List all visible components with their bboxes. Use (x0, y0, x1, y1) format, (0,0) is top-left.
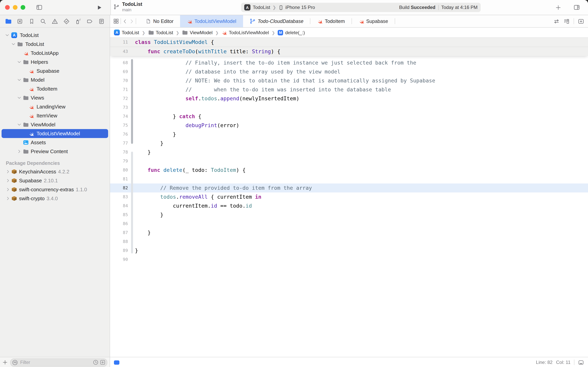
tab-no-editor[interactable]: No Editor (139, 15, 180, 27)
filter-field[interactable] (10, 358, 107, 367)
tab-todoitem[interactable]: TodoItem (311, 15, 352, 27)
jump-bar[interactable]: ATodoList❯TodoList❯ViewModel❯TodoListVie… (110, 28, 588, 38)
sidebar-toggle-icon[interactable] (35, 3, 43, 12)
activity-view[interactable]: A TodoList ❯ iPhone 15 Pro Build Succeed… (241, 3, 481, 12)
tree-item-supabase[interactable]: Supabase (0, 67, 110, 75)
tree-item-viewmodel[interactable]: ViewModel (0, 120, 110, 129)
code-line-88[interactable]: 88 (110, 237, 588, 246)
chevron-down-icon[interactable] (17, 120, 21, 129)
package-item-keychainaccess[interactable]: KeychainAccess4.2.2 (0, 167, 110, 176)
editor-grid-icon[interactable] (113, 18, 119, 24)
code-line-85[interactable]: 85 } (110, 210, 588, 219)
code-line-43[interactable]: 43 func createToDo(withTitle title: Stri… (110, 47, 588, 56)
filter-menu-icon[interactable] (12, 359, 18, 365)
source-editor[interactable]: 11class TodoListViewModel {43 func creat… (110, 38, 588, 357)
add-icon[interactable] (2, 360, 8, 365)
code-line-72[interactable]: 72 self.todos.append(newlyInsertedItem) (110, 94, 588, 103)
line-indicator[interactable]: Line: 82 (536, 360, 552, 365)
tab-todo-clouddatabase[interactable]: Todo-CloudDatabase (243, 15, 310, 27)
tree-item-preview-content[interactable]: Preview Content (0, 147, 110, 156)
code-line-70[interactable]: 70 // NOTE: We do this to obtain the id … (110, 76, 588, 85)
run-destination[interactable]: iPhone 15 Pro (286, 5, 315, 10)
breadcrumb-item-todolist[interactable]: ATodoList (114, 30, 139, 35)
zoom-button[interactable] (21, 5, 25, 10)
tree-item-model[interactable]: Model (0, 75, 110, 84)
chevron-down-icon[interactable] (5, 31, 9, 40)
chevron-right-icon[interactable] (6, 185, 10, 194)
swap-editors-icon[interactable] (553, 18, 560, 24)
code-line-79[interactable]: 79 (110, 157, 588, 166)
tree-item-todoitem[interactable]: TodoItem (0, 84, 110, 93)
code-line-73[interactable]: 73 (110, 103, 588, 112)
package-item-swift-crypto[interactable]: swift-crypto3.4.0 (0, 194, 110, 203)
minimize-button[interactable] (13, 5, 17, 10)
code-lines[interactable]: 68 // Finally, insert the to-do item ins… (110, 56, 588, 264)
code-line-76[interactable]: 76 } (110, 130, 588, 139)
code-line-74[interactable]: 74 } catch { (110, 112, 588, 121)
tree-item-helpers[interactable]: Helpers (0, 58, 110, 67)
tree-item-todolist[interactable]: ATodoList (0, 31, 110, 40)
code-line-89[interactable]: 89} (110, 246, 588, 255)
breadcrumb-item-delete-[interactable]: Mdelete(_:) (278, 30, 305, 35)
project-navigator-icon[interactable] (4, 17, 12, 25)
bottombar-toggle-icon[interactable] (578, 359, 584, 365)
chevron-down-icon[interactable] (17, 75, 21, 84)
code-line-69[interactable]: 69 // database into the array used by th… (110, 67, 588, 76)
package-item-swift-concurrency-extras[interactable]: swift-concurrency-extras1.1.0 (0, 185, 110, 194)
issues-icon[interactable] (50, 17, 59, 25)
minimap-options-icon[interactable] (563, 18, 570, 24)
breakpoints-icon[interactable] (85, 17, 94, 25)
tests-icon[interactable] (62, 17, 71, 25)
code-line-78[interactable]: 78 } (110, 148, 588, 157)
tree-item-assets[interactable]: Assets (0, 138, 110, 147)
library-plus-icon[interactable] (554, 3, 562, 12)
breadcrumb-item-todolist[interactable]: TodoList (148, 30, 173, 35)
chevron-down-icon[interactable] (11, 40, 16, 49)
tree-item-itemview[interactable]: ItemView (0, 111, 110, 120)
scheme-project[interactable]: TodoList (253, 5, 270, 10)
code-line-84[interactable]: 84 currentItem.id == todo.id (110, 201, 588, 210)
code-line-86[interactable]: 86 (110, 219, 588, 228)
chevron-down-icon[interactable] (17, 93, 21, 102)
chevron-right-icon[interactable] (6, 176, 10, 185)
filter-input[interactable] (19, 360, 91, 365)
chevron-right-icon[interactable] (6, 167, 10, 176)
tab-todolistviewmodel[interactable]: TodoListViewModel (180, 15, 243, 27)
add-editor-icon[interactable] (578, 18, 584, 24)
code-line-81[interactable]: 81 (110, 175, 588, 184)
tree-item-todolistviewmodel[interactable]: TodoListViewModel (1, 129, 108, 138)
bookmarks-icon[interactable] (27, 17, 36, 25)
tab-supabase[interactable]: Supabase (352, 15, 395, 27)
tree-item-todolist[interactable]: TodoList (0, 40, 110, 49)
col-indicator[interactable]: Col: 11 (556, 360, 571, 365)
run-button[interactable] (95, 3, 103, 12)
find-icon[interactable] (39, 17, 47, 25)
code-line-90[interactable]: 90 (110, 255, 588, 264)
chevron-down-icon[interactable] (17, 58, 21, 67)
tree-item-landingview[interactable]: LandingView (0, 102, 110, 111)
code-line-80[interactable]: 80 func delete(_ todo: TodoItem) { (110, 166, 588, 175)
debug-icon[interactable] (74, 17, 83, 25)
source-control-icon[interactable] (16, 17, 24, 25)
tree-item-todolistapp[interactable]: TodoListApp (0, 49, 110, 58)
code-line-68[interactable]: 68 // Finally, insert the to-do item ins… (110, 58, 588, 67)
recents-clock-icon[interactable] (93, 360, 98, 365)
close-button[interactable] (5, 5, 10, 10)
code-line-75[interactable]: 75 debugPrint(error) (110, 121, 588, 130)
package-item-supabase[interactable]: Supabase2.10.1 (0, 176, 110, 185)
code-line-82[interactable]: 82 // Remove the provided to-do item fro… (110, 184, 588, 192)
chevron-right-icon[interactable] (6, 194, 10, 203)
forward-chevron-icon[interactable] (129, 18, 134, 24)
inspector-toggle-icon[interactable] (572, 3, 581, 12)
breadcrumb-item-viewmodel[interactable]: ViewModel (182, 30, 212, 35)
code-line-11[interactable]: 11class TodoListViewModel { (110, 38, 588, 47)
code-line-77[interactable]: 77 } (110, 139, 588, 148)
code-line-87[interactable]: 87 } (110, 228, 588, 237)
reports-icon[interactable] (97, 17, 106, 25)
breadcrumb-item-todolistviewmodel[interactable]: TodoListViewModel (221, 30, 269, 35)
code-line-83[interactable]: 83 todos.removeAll { currentItem in (110, 192, 588, 201)
chevron-right-icon[interactable] (17, 147, 21, 156)
tree-item-views[interactable]: Views (0, 93, 110, 102)
code-line-71[interactable]: 71 // when the to-do item was inserted i… (110, 85, 588, 94)
flag-box-icon[interactable] (100, 360, 105, 365)
